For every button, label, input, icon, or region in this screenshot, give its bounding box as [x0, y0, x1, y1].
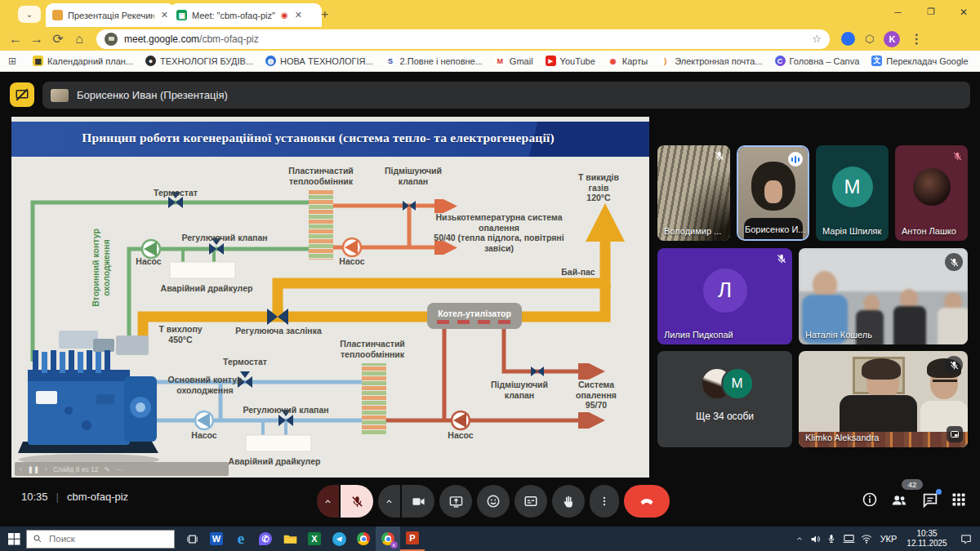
more-icon[interactable]: ⋯ — [116, 465, 123, 473]
participants-icon[interactable] — [890, 491, 908, 513]
participant-tile[interactable]: Антон Лашко — [895, 145, 968, 241]
tray-language[interactable]: УКР — [875, 527, 902, 551]
tray-volume-icon[interactable] — [807, 527, 823, 551]
bookmark-item[interactable]: S2.Повне і неповне... — [385, 56, 483, 66]
pause-icon[interactable]: ❚❚ — [28, 465, 39, 473]
end-call-button[interactable] — [624, 485, 670, 518]
diagram-label: Аварійний драйкулер — [161, 283, 253, 294]
translate-icon: 文 — [871, 56, 882, 66]
raise-hand-button[interactable] — [552, 485, 585, 518]
participant-tile[interactable]: Л Лилия Пидкопай — [657, 248, 792, 344]
avatar: M — [832, 167, 873, 207]
tray-device-icon[interactable] — [840, 527, 858, 551]
presenter-banner[interactable]: Борисенко Иван (Презентація) — [42, 82, 970, 109]
taskbar-telegram-icon[interactable] — [327, 527, 351, 551]
mic-off-icon — [945, 253, 963, 271]
captions-button[interactable] — [514, 485, 547, 518]
participant-tile[interactable]: Klimko Aleksandra — [799, 351, 968, 447]
bookmark-item[interactable]: 文Перекладач Google — [871, 56, 968, 66]
taskbar-word-icon[interactable]: W — [204, 527, 229, 551]
bookmark-favicon-icon: ● — [145, 56, 156, 66]
tab-presentation[interactable]: Презентація Рекечинський на ✕ — [46, 3, 175, 27]
forward-icon[interactable]: → — [26, 32, 47, 47]
participants-count-badge: 42 — [902, 479, 923, 490]
reactions-button[interactable] — [477, 485, 510, 518]
taskbar-search[interactable] — [26, 530, 175, 549]
more-options-button[interactable] — [590, 485, 619, 518]
diagram-label: Насос — [191, 430, 216, 441]
bookmark-item[interactable]: MGmail — [495, 56, 533, 66]
chrome-menu-icon[interactable]: ⋮ — [910, 31, 923, 47]
bookmark-item[interactable]: ▦Календарний план... — [33, 56, 133, 66]
close-tab-icon[interactable]: ✕ — [161, 10, 168, 20]
bookmark-item[interactable]: ◉Карты — [608, 56, 648, 66]
tray-wifi-icon[interactable] — [858, 527, 875, 551]
taskbar-chrome-icon[interactable] — [351, 527, 376, 551]
prev-slide-icon[interactable]: ‹ — [20, 465, 22, 473]
url-path: /cbm-ofaq-piz — [199, 33, 259, 45]
bookmark-item[interactable]: ●ТЕХНОЛОГІЯ БУДІВ... — [145, 56, 253, 66]
participant-name: Марія Шпиляк — [822, 226, 881, 236]
search-input[interactable] — [47, 533, 157, 544]
presentation-warning-icon[interactable] — [10, 82, 34, 107]
extensions-puzzle-icon[interactable]: ⬡ — [865, 33, 874, 45]
next-slide-icon[interactable]: › — [45, 465, 47, 473]
screen: ⌄ Презентація Рекечинський на ✕ ▣ Meet: … — [0, 0, 980, 551]
profile-avatar[interactable]: K — [884, 31, 900, 47]
taskbar-excel-icon[interactable]: X — [302, 527, 327, 551]
back-icon[interactable]: ← — [5, 32, 26, 47]
window-close-button[interactable]: ✕ — [960, 7, 968, 18]
avatar — [913, 168, 951, 206]
task-view-icon[interactable] — [180, 527, 204, 551]
new-tab-button[interactable]: ＋ — [318, 7, 331, 22]
bookmark-item[interactable]: ▶YouTube — [546, 56, 595, 66]
bookmark-favicon-icon: ◍ — [265, 56, 276, 66]
participant-tile[interactable]: Наталія Кошель — [799, 248, 968, 344]
more-participants-tile[interactable]: M Ще 34 особи — [657, 351, 792, 447]
tray-chevron-icon[interactable] — [792, 527, 807, 551]
chat-icon[interactable] — [921, 491, 939, 513]
tray-clock[interactable]: 10:35 12.11.2025 — [902, 529, 952, 549]
pen-icon[interactable]: ✎ — [104, 465, 109, 473]
window-maximize-button[interactable]: ❐ — [927, 7, 935, 17]
tab-search-button[interactable]: ⌄ — [18, 6, 41, 23]
extension-icon[interactable] — [841, 32, 855, 46]
mic-options-button[interactable] — [317, 485, 339, 518]
present-button[interactable] — [439, 485, 472, 518]
window-minimize-button[interactable]: ─ — [894, 7, 902, 18]
bookmark-star-icon[interactable]: ☆ — [812, 33, 822, 45]
close-tab-icon[interactable]: ✕ — [295, 10, 302, 20]
bookmark-item[interactable]: )Электронная почта... — [660, 56, 762, 66]
home-icon[interactable]: ⌂ — [69, 32, 90, 47]
participant-tile-active-speaker[interactable]: Борисенко И... — [737, 145, 809, 241]
tab-meet[interactable]: ▣ Meet: "cbm-ofaq-piz" ◉ ✕ — [170, 3, 322, 27]
diagram-label: Вторинний контур охолодження — [91, 229, 111, 307]
info-icon[interactable] — [862, 491, 878, 511]
meeting-clock: 10:35 — [21, 491, 48, 503]
camera-options-button[interactable] — [378, 485, 400, 518]
diagram-label: Насос — [448, 430, 473, 441]
start-button[interactable] — [2, 527, 26, 551]
taskbar-explorer-icon[interactable] — [278, 527, 302, 551]
pip-icon[interactable] — [947, 426, 963, 442]
participant-tile[interactable]: M Марія Шпиляк — [816, 145, 889, 241]
address-bar[interactable]: meet.google.com/cbm-ofaq-piz ☆ — [96, 29, 830, 49]
taskbar-edge-icon[interactable]: e — [229, 527, 253, 551]
tray-notifications-icon[interactable] — [952, 527, 980, 551]
activities-icon[interactable] — [951, 491, 967, 511]
taskbar-chrome-active-icon[interactable]: K — [376, 527, 400, 551]
tray-mic-icon[interactable] — [823, 527, 840, 551]
apps-grid-icon[interactable]: ⊞ — [8, 56, 16, 67]
site-info-icon[interactable] — [105, 33, 118, 46]
taskbar-viber-icon[interactable]: ✆ — [253, 527, 278, 551]
avatar: Л — [703, 269, 747, 313]
shared-presentation[interactable]: Принцип роботи когенераційної установки … — [11, 117, 649, 478]
mic-toggle-button[interactable] — [341, 485, 373, 518]
camera-toggle-button[interactable] — [402, 485, 434, 518]
participant-tile[interactable]: Володимир ... — [657, 145, 730, 241]
bookmark-item[interactable]: CГоловна – Canva — [775, 56, 860, 66]
taskbar-powerpoint-icon[interactable]: P — [400, 527, 425, 551]
slideshow-toolbar[interactable]: ‹ ❚❚ › Слайд 8 из 12 ✎ ⋯ — [15, 462, 229, 476]
reload-icon[interactable]: ⟳ — [47, 31, 69, 47]
bookmark-item[interactable]: ◍НОВА ТЕХНОЛОГІЯ... — [265, 56, 373, 66]
